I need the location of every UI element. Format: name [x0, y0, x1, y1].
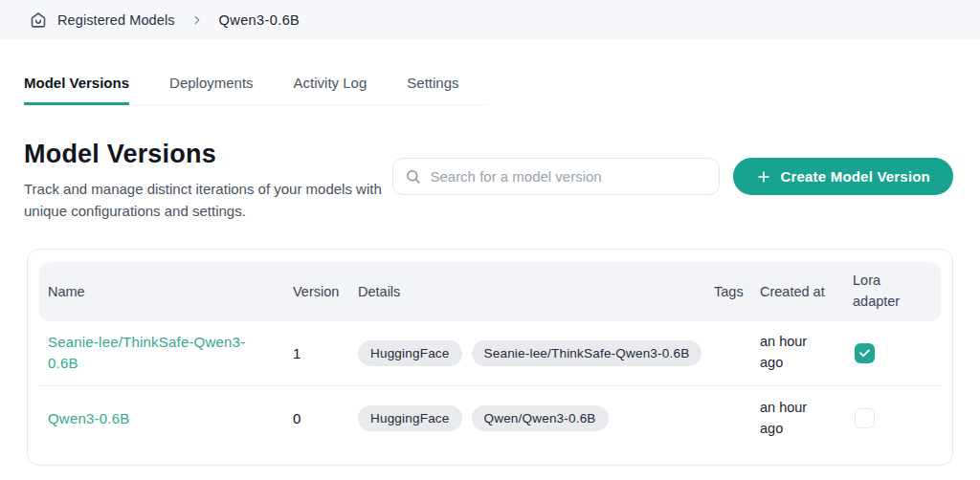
breadcrumb-bar: Registered Models Qwen3-0.6B [0, 0, 980, 39]
tab-bar: Model Versions Deployments Activity Log … [0, 39, 980, 105]
header-actions: Create Model Version [392, 158, 953, 195]
details-badges: HuggingFace Seanie-lee/ThinkSafe-Qwen3-0… [358, 340, 714, 366]
col-header-created-at: Created at [760, 276, 853, 307]
tab-activity-log[interactable]: Activity Log [294, 75, 368, 105]
tab-model-versions[interactable]: Model Versions [24, 75, 129, 105]
model-versions-table: Name Version Details Tags Created at Lor… [27, 249, 953, 466]
model-path-badge: Qwen/Qwen3-0.6B [472, 405, 609, 431]
chevron-right-icon [190, 13, 204, 27]
model-version-link[interactable]: Seanie-lee/ThinkSafe-Qwen3-0.6B [48, 332, 256, 374]
home-icon [29, 11, 48, 30]
col-header-lora-adapter: Lora adapter [853, 263, 914, 318]
col-header-name: Name [39, 276, 293, 307]
check-icon [858, 347, 871, 360]
lora-adapter-checkbox[interactable] [855, 408, 875, 428]
tab-settings[interactable]: Settings [407, 75, 458, 105]
breadcrumb-current: Qwen3-0.6B [219, 12, 301, 28]
col-header-version: Version [293, 276, 358, 307]
page-heading-block: Model Versions Track and manage distinct… [24, 140, 390, 223]
page-subtitle: Track and manage distinct iterations of … [24, 178, 390, 223]
created-at-value: an hour ago [760, 398, 819, 440]
source-badge: HuggingFace [358, 405, 462, 431]
table-row: Seanie-lee/ThinkSafe-Qwen3-0.6B 1 Huggin… [39, 321, 941, 386]
version-value: 1 [293, 345, 358, 361]
details-badges: HuggingFace Qwen/Qwen3-0.6B [358, 405, 714, 431]
created-at-value: an hour ago [760, 332, 819, 374]
table-header-row: Name Version Details Tags Created at Lor… [39, 262, 941, 321]
search-input[interactable] [430, 168, 707, 185]
create-button-label: Create Model Version [780, 168, 930, 185]
plus-icon [756, 169, 771, 185]
col-header-tags: Tags [714, 276, 760, 307]
breadcrumb-registered-models[interactable]: Registered Models [57, 12, 175, 28]
model-path-badge: Seanie-lee/ThinkSafe-Qwen3-0.6B [472, 340, 702, 366]
page-header: Model Versions Track and manage distinct… [0, 140, 980, 223]
search-icon [405, 168, 421, 185]
model-version-link[interactable]: Qwen3-0.6B [48, 408, 129, 429]
create-model-version-button[interactable]: Create Model Version [733, 158, 953, 195]
version-value: 0 [293, 410, 358, 426]
model-version-search[interactable] [392, 158, 720, 195]
table-row: Qwen3-0.6B 0 HuggingFace Qwen/Qwen3-0.6B… [39, 386, 941, 451]
page-title: Model Versions [24, 140, 390, 169]
col-header-details: Details [358, 276, 714, 307]
lora-adapter-checkbox[interactable] [855, 343, 875, 363]
source-badge: HuggingFace [358, 340, 462, 366]
tab-deployments[interactable]: Deployments [169, 75, 254, 105]
